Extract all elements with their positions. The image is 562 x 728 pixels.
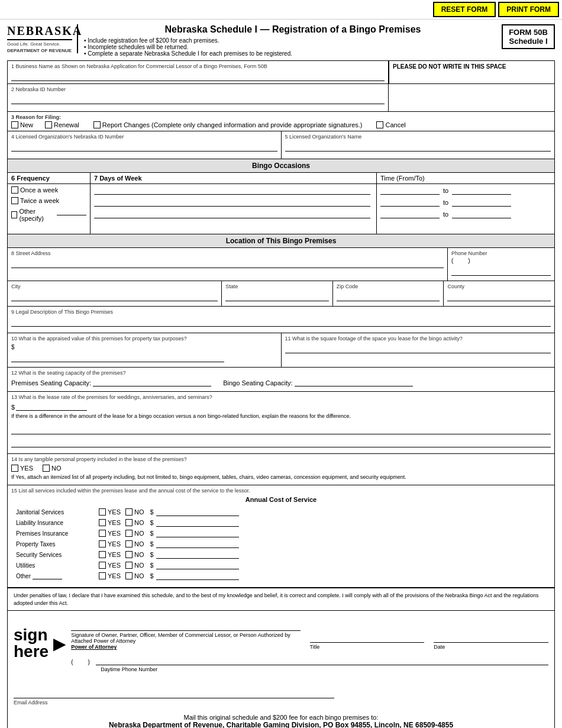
report-changes-checkbox[interactable] — [93, 121, 101, 128]
svc5-yes-item[interactable]: YES — [99, 562, 121, 569]
svc6-no-checkbox[interactable] — [125, 572, 133, 579]
svc4-no-item[interactable]: NO — [125, 551, 144, 558]
field14-note: If Yes, attach an itemized list of all p… — [11, 474, 551, 480]
time-to-3[interactable] — [452, 210, 511, 218]
row-9: 9 Legal Description of This Bingo Premis… — [8, 307, 554, 333]
service-yesno-1: YES NO — [99, 519, 144, 526]
to-label-3: to — [443, 211, 448, 218]
city-input[interactable] — [11, 292, 218, 301]
once-week-checkbox[interactable] — [11, 186, 18, 194]
field13-explain-1[interactable] — [11, 425, 551, 434]
twice-week-checkbox[interactable] — [11, 197, 18, 204]
svc1-yes-item[interactable]: YES — [99, 519, 121, 526]
time-to-2[interactable] — [452, 198, 511, 207]
field5-input[interactable] — [285, 142, 551, 152]
svc0-yes-checkbox[interactable] — [99, 508, 106, 516]
email-input[interactable] — [14, 689, 334, 698]
county-input[interactable] — [447, 292, 551, 301]
svc4-no-checkbox[interactable] — [125, 551, 133, 558]
no14-item[interactable]: NO — [43, 465, 62, 472]
svc4-yes-checkbox[interactable] — [99, 551, 106, 558]
print-button[interactable]: PRINT FORM — [498, 2, 559, 17]
phone-input[interactable] — [451, 266, 551, 276]
svc1-no-item[interactable]: NO — [125, 519, 144, 526]
report-changes-checkbox-item[interactable]: Report Changes (Complete only changed in… — [93, 121, 363, 128]
other-checkbox[interactable] — [11, 211, 17, 218]
other-specify-input[interactable] — [57, 215, 86, 215]
renewal-checkbox[interactable] — [45, 121, 52, 128]
svc0-no-label: NO — [134, 508, 144, 516]
svc2-amount[interactable] — [156, 529, 239, 537]
svc0-no-item[interactable]: NO — [125, 508, 144, 516]
title-input[interactable] — [310, 632, 425, 643]
service-row-5: Utilities YES NO $ — [16, 561, 546, 569]
field2-input[interactable] — [11, 95, 385, 104]
svc3-yes-item[interactable]: YES — [99, 540, 121, 547]
new-checkbox-item[interactable]: New — [11, 121, 33, 128]
once-week-item[interactable]: Once a week — [11, 186, 86, 194]
day-input-3[interactable] — [94, 210, 370, 218]
svc6-yes-checkbox[interactable] — [99, 572, 106, 579]
svc1-no-checkbox[interactable] — [125, 519, 133, 526]
mail-address: Nebraska Department of Revenue, Charitab… — [12, 721, 550, 728]
reset-button[interactable]: RESET FORM — [433, 2, 496, 17]
time-from-3[interactable] — [380, 210, 440, 218]
daytime-phone-input[interactable] — [96, 655, 548, 665]
svc2-no-item[interactable]: NO — [125, 530, 144, 537]
time-to-1[interactable] — [452, 186, 511, 195]
svc3-yes-checkbox[interactable] — [99, 540, 106, 547]
time-from-1[interactable] — [380, 186, 440, 195]
no14-checkbox[interactable] — [43, 465, 50, 472]
field13-input[interactable] — [16, 402, 87, 411]
twice-week-item[interactable]: Twice a week — [11, 197, 86, 204]
svc3-no-checkbox[interactable] — [125, 540, 133, 547]
cancel-checkbox[interactable] — [376, 121, 383, 128]
field10-input[interactable] — [11, 353, 224, 362]
street-input[interactable] — [11, 259, 444, 268]
day-input-2[interactable] — [94, 198, 370, 207]
svc2-yes-item[interactable]: YES — [99, 530, 121, 537]
yes14-item[interactable]: YES — [11, 465, 33, 472]
svc0-no-checkbox[interactable] — [125, 508, 133, 516]
svc5-no-item[interactable]: NO — [125, 562, 144, 569]
new-checkbox[interactable] — [11, 121, 18, 128]
cancel-checkbox-item[interactable]: Cancel — [376, 121, 405, 128]
svc5-no-checkbox[interactable] — [125, 562, 133, 569]
time-from-2[interactable] — [380, 198, 440, 207]
sign-block: sign here — [14, 627, 49, 660]
svc0-yes-item[interactable]: YES — [99, 508, 121, 516]
svc6-yes-item[interactable]: YES — [99, 572, 121, 579]
svc2-yes-checkbox[interactable] — [99, 530, 106, 537]
power-of-attorney-link[interactable]: Power of Attorney — [71, 644, 117, 650]
day-input-1[interactable] — [94, 186, 370, 195]
field9-input[interactable] — [11, 317, 551, 327]
zip-input[interactable] — [337, 292, 440, 301]
svc5-yes-checkbox[interactable] — [99, 562, 106, 569]
svc3-no-item[interactable]: NO — [125, 540, 144, 547]
annual-cost-header: Annual Cost of Service — [11, 496, 551, 503]
svc2-dollar: $ — [150, 530, 154, 537]
svc6-no-item[interactable]: NO — [125, 572, 144, 579]
svc4-amount[interactable] — [156, 550, 239, 559]
svc4-yes-item[interactable]: YES — [99, 551, 121, 558]
field1-input[interactable] — [11, 72, 385, 81]
signature-input[interactable] — [71, 620, 300, 631]
svc2-no-checkbox[interactable] — [125, 530, 133, 537]
renewal-checkbox-item[interactable]: Renewal — [45, 121, 79, 128]
date-input[interactable] — [434, 632, 548, 643]
svc5-amount[interactable] — [156, 561, 239, 569]
field11-input[interactable] — [285, 344, 551, 353]
state-input[interactable] — [225, 292, 329, 301]
yes14-checkbox[interactable] — [11, 465, 18, 472]
svc0-amount[interactable] — [156, 508, 239, 516]
other-name-input[interactable] — [33, 572, 62, 579]
svc6-amount[interactable] — [156, 572, 239, 580]
svc1-amount[interactable] — [156, 518, 239, 527]
other-specify-item[interactable]: Other (specify) — [11, 208, 86, 222]
svc3-amount[interactable] — [156, 540, 239, 548]
premises-seating-input[interactable] — [93, 378, 211, 386]
field13-explain-2[interactable] — [11, 438, 551, 447]
bingo-seating-input[interactable] — [295, 378, 413, 386]
field4-input[interactable] — [11, 142, 277, 152]
svc1-yes-checkbox[interactable] — [99, 519, 106, 526]
